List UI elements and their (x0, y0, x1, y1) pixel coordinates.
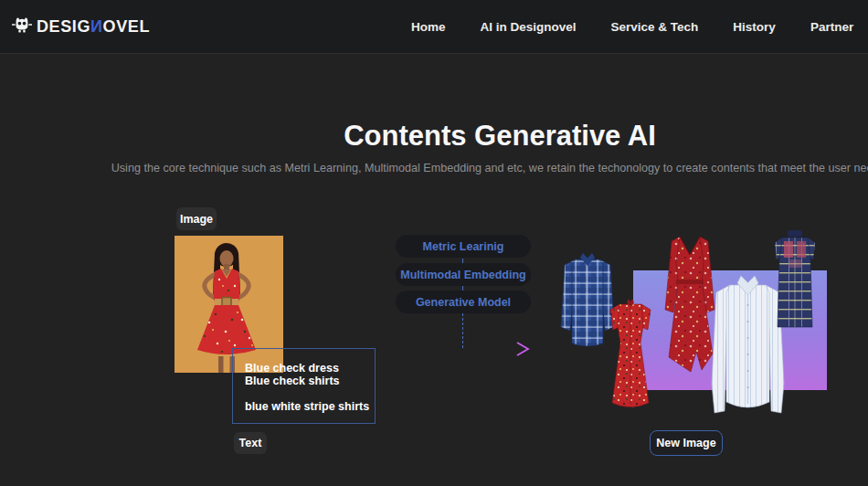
new-image-button[interactable]: New Image (650, 430, 723, 456)
text-line-2: Blue check shirts (245, 375, 375, 387)
garment-red-floral-shirt-dress (603, 295, 658, 419)
brand-logo[interactable]: DESIGИOVEL (12, 0, 150, 53)
input-text-label: Text (234, 432, 267, 454)
text-line-3: blue white stripe shirts (245, 400, 375, 413)
input-image-label: Image (176, 207, 217, 230)
brand-name: DESIGИOVEL (37, 17, 150, 37)
nav-item-home[interactable]: Home (411, 20, 446, 34)
main-nav: Home AI in Designovel Service & Tech His… (411, 0, 853, 53)
flow-arrow-icon (390, 341, 538, 361)
nav-item-ai-in-designovel[interactable]: AI in Designovel (481, 20, 577, 34)
nav-item-partner[interactable]: Partner (810, 20, 853, 34)
brand-letter-n: И (90, 17, 103, 36)
page: DESIGИOVEL Home AI in Designovel Service… (0, 0, 868, 486)
dashed-connector (462, 286, 463, 291)
pill-metric-learning: Metric Learinig (396, 235, 531, 258)
page-subtitle: Using the core technique such as Metri L… (111, 162, 868, 174)
nav-item-history[interactable]: History (733, 20, 776, 34)
nav-item-service-tech[interactable]: Service & Tech (611, 20, 699, 34)
text-line-1: Blue check dress (245, 362, 375, 375)
pill-multimodal-embedding: Multimodal Embedding (396, 263, 531, 286)
top-navbar: DESIGИOVEL Home AI in Designovel Service… (0, 0, 868, 54)
garment-navy-plaid-dress (769, 228, 820, 343)
robot-logo-icon (12, 15, 32, 38)
dashed-connector (462, 259, 463, 263)
pill-generative-model: Generative Model (396, 291, 531, 313)
page-title: Contents Generative AI (344, 120, 656, 153)
input-text-box: Blue check dress Blue check shirts blue … (232, 348, 376, 424)
